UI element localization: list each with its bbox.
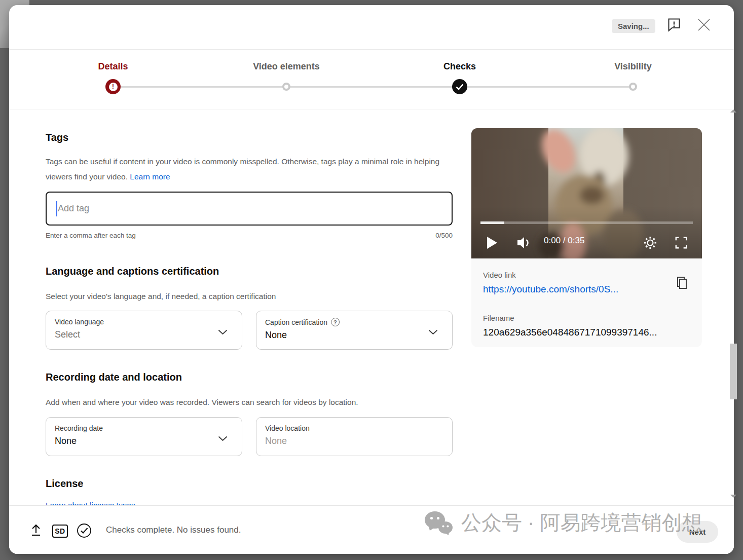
video-player[interactable]: 0:00 / 0:35 [471, 128, 702, 258]
processing-status-button[interactable] [28, 522, 44, 538]
copy-icon [673, 275, 688, 290]
mute-button[interactable] [516, 235, 532, 250]
video-language-value: Select [55, 329, 234, 340]
feedback-icon [666, 17, 682, 34]
visibility-step-dot[interactable] [629, 83, 637, 91]
upload-dialog: Saving... Details Video elements Checks … [9, 5, 734, 554]
wechat-icon [424, 510, 453, 536]
settings-button[interactable] [643, 235, 658, 250]
video-progress-bar[interactable] [480, 221, 693, 224]
recording-date-value: None [55, 436, 234, 446]
watermark-text: 公众号 · 阿易跨境营销创想 [461, 509, 702, 537]
scrollbar-up-arrow[interactable] [730, 109, 736, 113]
chevron-down-icon [218, 328, 228, 337]
watermark: 公众号 · 阿易跨境营销创想 [424, 509, 702, 537]
play-icon [487, 237, 497, 249]
send-feedback-button[interactable] [666, 18, 682, 33]
error-exclamation-icon: ! [105, 79, 121, 94]
add-tag-placeholder: Add tag [58, 203, 89, 214]
chevron-down-icon [428, 328, 438, 337]
video-location-label: Video location [265, 424, 444, 432]
sd-quality-badge[interactable]: SD [52, 525, 68, 538]
tag-helper-text: Enter a comma after each tag [46, 232, 136, 239]
tags-learn-more-link[interactable]: Learn more [130, 172, 170, 181]
tab-video-elements[interactable]: Video elements [253, 61, 320, 72]
video-language-label: Video language [55, 318, 234, 326]
check-circle-icon [76, 522, 92, 539]
recording-section-description: Add when and where your video was record… [46, 395, 447, 410]
caption-certification-value: None [265, 330, 444, 341]
video-elements-step-dot[interactable] [282, 83, 290, 91]
tab-checks[interactable]: Checks [443, 61, 476, 72]
video-progress-played [480, 221, 504, 224]
license-heading: License [46, 478, 83, 490]
copy-link-button[interactable] [673, 275, 688, 290]
video-info-panel: Video link https://youtube.com/shorts/0S… [471, 258, 702, 347]
recording-section-heading: Recording date and location [46, 371, 182, 383]
chevron-down-icon [218, 434, 228, 443]
video-location-input[interactable]: Video location None [256, 417, 453, 456]
recording-date-dropdown[interactable]: Recording date None [46, 417, 242, 456]
tag-helper-row: Enter a comma after each tag 0/500 [46, 232, 453, 239]
tags-description: Tags can be useful if content in your vi… [46, 154, 447, 184]
filename-value: 120a629a356e0484867171099397146... [483, 327, 657, 338]
checks-status-button[interactable] [76, 522, 92, 539]
add-tag-input[interactable]: Add tag [46, 192, 453, 226]
gear-icon [643, 236, 657, 250]
help-icon[interactable]: ? [331, 318, 340, 326]
video-location-value: None [265, 436, 444, 446]
step-ring-icon [282, 83, 290, 91]
step-ring-icon [629, 83, 637, 91]
saving-status-label: Saving... [618, 22, 649, 30]
checks-status-text: Checks complete. No issues found. [106, 525, 241, 535]
volume-icon [516, 236, 532, 249]
scrollbar-thumb[interactable] [730, 344, 737, 399]
play-button[interactable] [485, 235, 500, 250]
stepper-line [113, 86, 633, 88]
caption-certification-label: Caption certification [265, 318, 327, 326]
close-icon [696, 17, 712, 34]
filename-label: Filename [483, 314, 514, 322]
checks-step-dot[interactable] [452, 79, 467, 94]
fullscreen-icon [675, 236, 688, 249]
saving-status-badge: Saving... [612, 19, 655, 33]
video-language-dropdown[interactable]: Video language Select [46, 311, 242, 350]
checkmark-icon [452, 79, 467, 94]
video-link[interactable]: https://youtube.com/shorts/0S... [483, 284, 618, 295]
tab-details[interactable]: Details [98, 61, 128, 72]
text-cursor [56, 201, 57, 216]
video-thumbnail [471, 128, 702, 258]
language-section-heading: Language and captions certification [46, 266, 219, 277]
tab-visibility[interactable]: Visibility [614, 61, 652, 72]
stepper-divider [9, 109, 734, 109]
details-step-dot[interactable]: ! [105, 79, 121, 94]
language-section-description: Select your video's language and, if nee… [46, 289, 447, 304]
dialog-footer: SD Checks complete. No issues found. Nex… [9, 505, 734, 554]
fullscreen-button[interactable] [674, 235, 689, 250]
caption-certification-dropdown[interactable]: Caption certification ? None [256, 311, 453, 350]
time-display: 0:00 / 0:35 [544, 236, 584, 246]
recording-date-label: Recording date [55, 424, 234, 432]
next-button[interactable]: Next [677, 521, 718, 543]
video-link-label: Video link [483, 271, 516, 279]
close-dialog-button[interactable] [696, 18, 712, 33]
scrollbar-down-arrow[interactable] [730, 495, 736, 498]
tag-char-counter: 0/500 [435, 232, 453, 239]
tags-heading: Tags [46, 132, 68, 143]
upload-icon [29, 522, 43, 538]
upload-stepper: Details Video elements Checks Visibility… [9, 50, 734, 109]
